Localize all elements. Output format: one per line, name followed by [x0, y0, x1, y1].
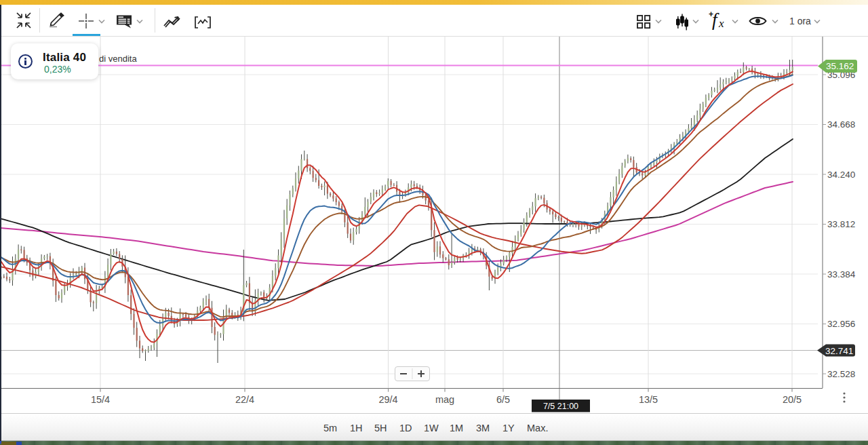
- svg-text:32.956: 32.956: [827, 319, 855, 329]
- svg-text:32.741: 32.741: [825, 346, 853, 356]
- svg-text:13/5: 13/5: [639, 394, 658, 405]
- svg-text:35.162: 35.162: [826, 61, 854, 71]
- svg-text:x: x: [718, 17, 724, 30]
- svg-text:15/4: 15/4: [91, 394, 110, 405]
- svg-text:6/5: 6/5: [496, 394, 510, 405]
- svg-text:mag: mag: [435, 394, 454, 405]
- svg-text:32.528: 32.528: [827, 369, 855, 379]
- svg-text:29/4: 29/4: [378, 394, 397, 405]
- svg-text:7/5 21:00: 7/5 21:00: [543, 402, 578, 411]
- svg-text:33.384: 33.384: [827, 269, 856, 279]
- svg-text:34.240: 34.240: [827, 170, 855, 180]
- svg-text:33.812: 33.812: [827, 219, 855, 229]
- svg-text:22/4: 22/4: [235, 394, 254, 405]
- svg-text:34.668: 34.668: [827, 119, 855, 130]
- svg-text:+: +: [709, 11, 713, 19]
- svg-text:20/5: 20/5: [783, 394, 802, 405]
